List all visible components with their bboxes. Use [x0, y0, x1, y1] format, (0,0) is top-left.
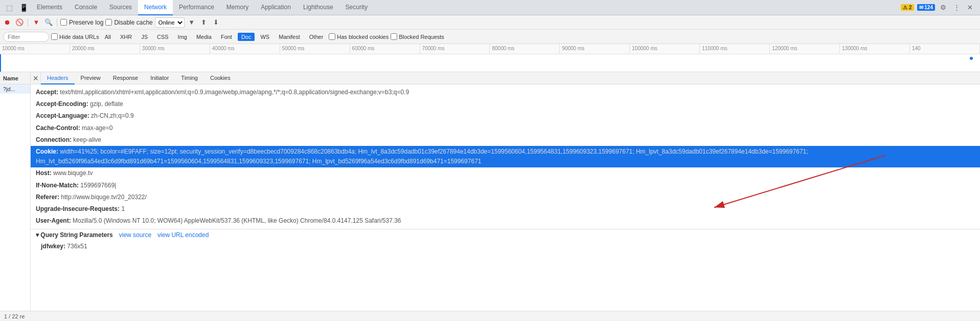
timeline-tick: 130000 ms [840, 44, 910, 54]
devtools-right-icons: ⚠ 2 ✉ 124 ⚙ ⋮ ✕ [901, 3, 978, 13]
detail-tab-headers[interactable]: Headers [41, 72, 75, 84]
main-area: Name ?jd... ✕ Headers Preview Response I… [0, 72, 980, 321]
filter-font[interactable]: Font [217, 33, 236, 41]
disable-cache-checkbox[interactable]: Disable cache [105, 19, 152, 26]
blocked-requests-checkbox[interactable]: Blocked Requests [391, 33, 444, 40]
filter-media[interactable]: Media [193, 33, 215, 41]
header-value: http://www.biquge.tv/20_20322/ [59, 194, 147, 201]
query-string-title: ▾ Query String Parameters [36, 231, 113, 239]
tab-sources[interactable]: Sources [103, 0, 138, 15]
record-button[interactable]: ⏺ [2, 17, 12, 28]
export-icon[interactable]: ⬇ [211, 17, 221, 28]
filter-doc[interactable]: Doc [238, 33, 255, 41]
network-list-item[interactable]: ?jd... [0, 84, 30, 94]
filter-other[interactable]: Other [306, 33, 327, 41]
header-value: width=41%25; bcolor=#E9FAFF; size=12pt; … [36, 148, 808, 165]
more-options-icon[interactable]: ⋮ [951, 3, 962, 13]
query-key: jdfwkey: [41, 243, 65, 250]
header-row: Cache-Control: max-age=0 [31, 122, 980, 134]
filter-ws[interactable]: WS [257, 33, 273, 41]
settings-icon[interactable]: ⚙ [938, 3, 948, 13]
header-key: Upgrade-Insecure-Requests: [36, 205, 120, 212]
detail-tabs: ✕ Headers Preview Response Initiator Tim… [31, 72, 980, 84]
filter-manifest[interactable]: Manifest [275, 33, 304, 41]
view-source-link[interactable]: view source [119, 231, 151, 239]
timeline-marker [0, 54, 1, 72]
query-value: 736x51 [65, 243, 87, 250]
tab-console[interactable]: Console [69, 0, 103, 15]
header-row: User-Agent: Mozilla/5.0 (Windows NT 10.0… [31, 215, 980, 227]
header-value: max-age=0 [80, 124, 113, 132]
preserve-log-checkbox[interactable]: Preserve log [60, 19, 103, 26]
filter-js[interactable]: JS [138, 33, 151, 41]
timeline-tick: 140 [910, 44, 980, 54]
header-row: If-None-Match: 1599697669| [31, 180, 980, 191]
throttle-dropdown-icon[interactable]: ▼ [187, 17, 197, 28]
header-row: Connection: keep-alive [31, 134, 980, 146]
timeline-tick: 50000 ms [280, 44, 350, 54]
filter-all[interactable]: All [101, 33, 115, 41]
import-icon[interactable]: ⬆ [199, 17, 209, 28]
warning-badge: ⚠ 2 [901, 4, 914, 11]
device-icon[interactable]: 📱 [16, 1, 31, 15]
network-list-header: Name [0, 72, 30, 84]
header-row: Accept-Language: zh-CN,zh;q=0.9 [31, 110, 980, 122]
filter-xhr[interactable]: XHR [117, 33, 135, 41]
header-row: Cookie: width=41%25; bcolor=#E9FAFF; siz… [31, 146, 980, 167]
header-row: Referer: http://www.biquge.tv/20_20322/ [31, 191, 980, 203]
separator-2 [57, 18, 57, 27]
view-url-encoded-link[interactable]: view URL encoded [157, 231, 209, 239]
timeline-tick: 10000 ms [0, 44, 70, 54]
header-key: If-None-Match: [36, 182, 79, 189]
filter-icon[interactable]: ▼ [31, 17, 41, 28]
search-icon[interactable]: 🔍 [43, 17, 54, 28]
header-row: Upgrade-Insecure-Requests: 1 [31, 203, 980, 215]
timeline-tick: 70000 ms [420, 44, 490, 54]
timeline-tick: 90000 ms [560, 44, 630, 54]
header-row: Host: www.biquge.tv [31, 167, 980, 179]
detail-tab-initiator[interactable]: Initiator [144, 72, 175, 84]
detail-content: Accept: text/html,application/xhtml+xml,… [31, 84, 980, 321]
timeline-ruler: 10000 ms20000 ms30000 ms40000 ms50000 ms… [0, 44, 980, 54]
header-value: text/html,application/xhtml+xml,applicat… [58, 89, 409, 96]
tab-security[interactable]: Security [339, 0, 374, 15]
close-devtools-icon[interactable]: ✕ [965, 3, 975, 13]
timeline-tick: 100000 ms [630, 44, 700, 54]
timeline-tick: 60000 ms [350, 44, 420, 54]
clear-button[interactable]: 🚫 [14, 17, 25, 28]
hide-data-urls-checkbox[interactable]: Hide data URLs [51, 33, 99, 40]
header-key: Referer: [36, 194, 59, 201]
filter-img[interactable]: Img [174, 33, 191, 41]
detail-tab-timing[interactable]: Timing [175, 72, 204, 84]
header-key: Accept: [36, 89, 58, 96]
tab-network[interactable]: Network [138, 0, 173, 15]
status-bar: 1 / 22 re [0, 311, 980, 321]
header-row: Accept-Encoding: gzip, deflate [31, 98, 980, 110]
timeline-body[interactable] [0, 54, 980, 72]
header-value: gzip, deflate [88, 100, 123, 108]
separator-1 [28, 18, 28, 27]
throttle-select[interactable]: Online [155, 17, 185, 28]
detail-tab-preview[interactable]: Preview [75, 72, 107, 84]
inspect-icon[interactable]: ⬚ [2, 1, 16, 15]
timeline-tick: 120000 ms [770, 44, 840, 54]
header-value: 1599697669| [79, 182, 116, 189]
filter-css[interactable]: CSS [153, 33, 172, 41]
header-value: 1 [120, 205, 125, 212]
tab-performance[interactable]: Performance [173, 0, 220, 15]
has-blocked-cookies-checkbox[interactable]: Has blocked cookies [329, 33, 389, 40]
tab-memory[interactable]: Memory [220, 0, 255, 15]
query-param-row: jdfwkey: 736x51 [31, 241, 980, 252]
detail-tab-response[interactable]: Response [107, 72, 145, 84]
timeline: 10000 ms20000 ms30000 ms40000 ms50000 ms… [0, 44, 980, 72]
tab-elements[interactable]: Elements [31, 0, 69, 15]
filter-input[interactable] [3, 32, 49, 42]
detail-tab-cookies[interactable]: Cookies [204, 72, 237, 84]
header-key: Connection: [36, 136, 72, 143]
close-detail-icon[interactable]: ✕ [31, 72, 41, 84]
info-badge: ✉ 124 [917, 4, 935, 11]
tab-application[interactable]: Application [255, 0, 297, 15]
timeline-dot [970, 57, 973, 60]
header-row: Accept: text/html,application/xhtml+xml,… [31, 87, 980, 98]
tab-lighthouse[interactable]: Lighthouse [297, 0, 339, 15]
